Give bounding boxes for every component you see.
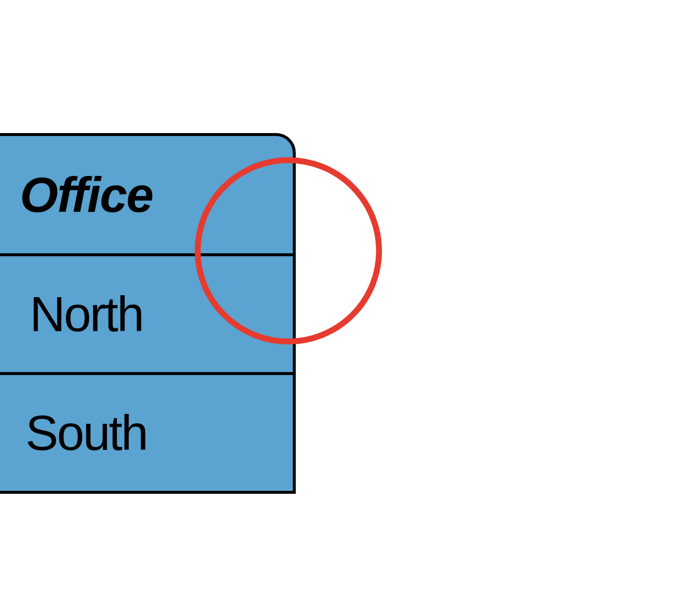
item-label: South bbox=[26, 405, 147, 461]
header-title: Office bbox=[20, 167, 153, 223]
item-box-south: South bbox=[0, 375, 296, 494]
item-label: North bbox=[30, 286, 143, 342]
header-box: Office bbox=[0, 133, 296, 256]
item-box-north: North bbox=[0, 256, 296, 375]
org-diagram: Office North South bbox=[0, 133, 296, 494]
